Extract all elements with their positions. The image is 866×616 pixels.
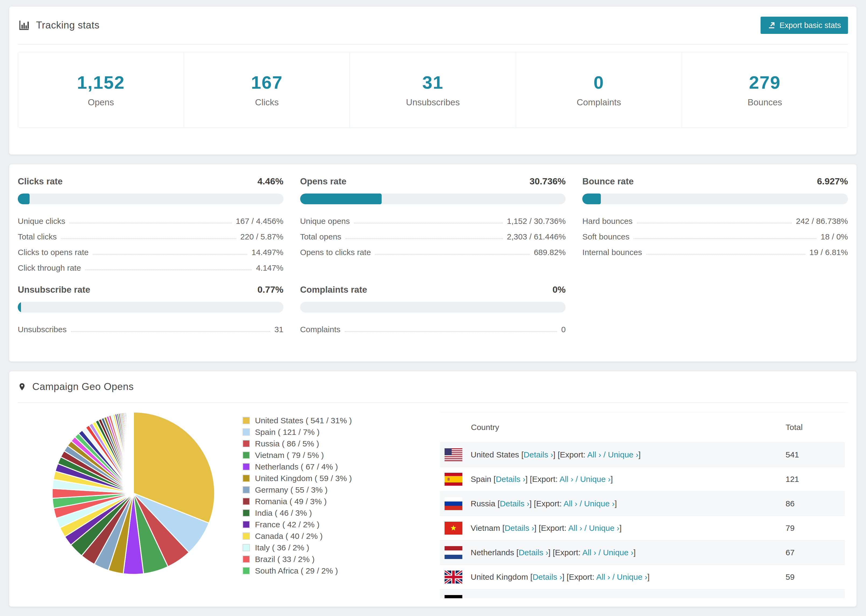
rate-block-complaints-rate: Complaints rate0%Complaints0: [300, 284, 566, 334]
rate-value-clicks-rate: 4.46%: [257, 176, 283, 187]
export-all-link-germany[interactable]: All ›: [572, 597, 586, 598]
export-unique-link-united-states[interactable]: Unique ›: [608, 450, 638, 459]
details-link-vietnam[interactable]: Details ›: [505, 523, 534, 533]
bracket: ] [Export:: [548, 548, 582, 557]
rate-row-total-clicks: Total clicks220 / 5.87%: [18, 226, 283, 241]
legend-swatch: [242, 463, 250, 470]
country-name: Germany: [471, 597, 506, 598]
geo-row-text: Vietnam [Details ›] [Export: All › / Uni…: [471, 523, 622, 533]
details-link-spain[interactable]: Details ›: [496, 475, 525, 484]
country-name: Spain: [471, 475, 493, 484]
rate-label-complaints: Complaints: [300, 325, 340, 334]
details-link-germany[interactable]: Details ›: [508, 597, 538, 598]
rate-head-complaints-rate: Complaints rate0%: [300, 284, 566, 295]
rate-row-clicks-to-opens-rate: Clicks to opens rate14.497%: [18, 241, 283, 257]
export-unique-link-vietnam[interactable]: Unique ›: [589, 523, 619, 533]
rate-label-click-through-rate: Click through rate: [18, 263, 81, 272]
rate-rows-complaints-rate: Complaints0: [300, 319, 566, 334]
export-all-link-united-states[interactable]: All ›: [587, 450, 601, 459]
rate-title-clicks-rate: Clicks rate: [18, 176, 63, 187]
stat-label-opens: Opens: [88, 97, 114, 107]
geo-table-row-vietnam: Vietnam [Details ›] [Export: All › / Uni…: [440, 516, 845, 540]
flag-vietnam-icon: [444, 522, 462, 534]
details-link-united-kingdom[interactable]: Details ›: [532, 572, 562, 581]
export-unique-link-spain[interactable]: Unique ›: [580, 475, 611, 484]
stat-label-unsubscribes: Unsubscribes: [406, 97, 460, 107]
map-pin-icon: [18, 381, 26, 393]
legend-item-south-africa: South Africa ( 29 / 2% ): [242, 565, 352, 577]
rate-row-total-opens: Total opens2,303 / 61.446%: [300, 226, 566, 241]
rate-title-bounce-rate: Bounce rate: [582, 176, 634, 187]
country-name: Netherlands: [471, 548, 516, 557]
rate-label-opens-to-clicks-rate: Opens to clicks rate: [300, 248, 371, 257]
progress-track-opens-rate: [300, 193, 566, 204]
legend-item-vietnam: Vietnam ( 79 / 5% ): [242, 449, 352, 461]
rate-head-clicks-rate: Clicks rate4.46%: [18, 176, 283, 187]
stat-value-bounces: 279: [749, 72, 781, 93]
rate-block-clicks-rate: Clicks rate4.46%Unique clicks167 / 4.456…: [18, 176, 283, 272]
stat-value-clicks: 167: [251, 72, 283, 93]
rate-row-unique-clicks: Unique clicks167 / 4.456%: [18, 210, 283, 226]
stat-cell-clicks: 167Clicks: [184, 52, 350, 127]
stat-label-complaints: Complaints: [576, 97, 621, 107]
bracket: [: [531, 572, 532, 581]
export-unique-link-germany[interactable]: Unique ›: [593, 597, 623, 598]
export-all-link-russia[interactable]: All ›: [564, 499, 578, 508]
progress-track-unsubscribe-rate: [18, 302, 283, 313]
legend-swatch: [242, 509, 250, 517]
dotted-leader: [93, 254, 247, 255]
legend-swatch: [242, 533, 250, 540]
flag-united-kingdom-icon: [444, 570, 462, 583]
details-link-united-states[interactable]: Details ›: [524, 450, 553, 459]
export-all-link-netherlands[interactable]: All ›: [582, 548, 596, 557]
bracket: ]: [647, 572, 650, 581]
bracket: [: [502, 523, 505, 533]
legend-item-russia: Russia ( 86 / 5% ): [242, 438, 352, 449]
rate-rows-bounce-rate: Hard bounces242 / 86.738%Soft bounces18 …: [582, 210, 848, 257]
legend-swatch: [242, 475, 250, 482]
details-link-russia[interactable]: Details ›: [500, 499, 529, 508]
legend-item-united-states: United States ( 541 / 31% ): [242, 415, 352, 426]
export-all-link-spain[interactable]: All ›: [559, 475, 573, 484]
export-basic-stats-label: Export basic stats: [779, 21, 841, 30]
total-value-spain: 121: [786, 475, 845, 484]
geo-table-row-russia: Russia [Details ›] [Export: All › / Uniq…: [440, 491, 845, 516]
geo-row-text: Netherlands [Details ›] [Export: All › /…: [471, 548, 636, 557]
rate-block-opens-rate: Opens rate30.736%Unique opens1,152 / 30.…: [300, 176, 566, 272]
bracket: ] [Export:: [534, 523, 568, 533]
legend-swatch: [242, 486, 250, 493]
details-link-netherlands[interactable]: Details ›: [518, 548, 548, 557]
geo-table-header-row: Country Total: [440, 412, 845, 442]
pie-slice-53[interactable]: [133, 412, 134, 493]
rate-block-bounce-rate: Bounce rate6.927%Hard bounces242 / 86.73…: [582, 176, 848, 272]
rate-label-unique-opens: Unique opens: [300, 217, 350, 226]
legend-label: Romania ( 49 / 3% ): [255, 497, 327, 506]
rate-row-unique-opens: Unique opens1,152 / 30.736%: [300, 210, 566, 226]
legend-swatch: [242, 428, 250, 436]
link-separator: /: [586, 597, 593, 598]
stat-cell-bounces: 279Bounces: [682, 52, 848, 127]
link-separator: /: [573, 475, 580, 484]
export-all-link-united-kingdom[interactable]: All ›: [596, 572, 610, 581]
export-all-link-vietnam[interactable]: All ›: [568, 523, 582, 533]
export-unique-link-russia[interactable]: Unique ›: [584, 499, 614, 508]
legend-label: Brazil ( 33 / 2% ): [255, 555, 315, 564]
total-value-germany: 55: [786, 597, 845, 598]
geo-title: Campaign Geo Opens: [18, 381, 134, 393]
rate-row-click-through-rate: Click through rate4.147%: [18, 257, 283, 272]
rate-rows-unsubscribe-rate: Unsubscribes31: [18, 319, 283, 334]
tracking-stats-title: Tracking stats: [18, 19, 99, 31]
total-value-russia: 86: [786, 499, 845, 508]
rate-title-unsubscribe-rate: Unsubscribe rate: [18, 284, 90, 295]
dotted-leader: [375, 254, 529, 255]
legend-label: Italy ( 36 / 2% ): [255, 543, 309, 552]
export-unique-link-netherlands[interactable]: Unique ›: [603, 548, 633, 557]
legend-swatch: [242, 451, 250, 459]
stat-label-bounces: Bounces: [748, 97, 782, 107]
stat-value-unsubscribes: 31: [422, 72, 444, 93]
flag-russia-icon: [444, 497, 462, 510]
export-unique-link-united-kingdom[interactable]: Unique ›: [617, 572, 647, 581]
tracking-stats-row: 1,152Opens167Clicks31Unsubscribes0Compla…: [18, 52, 848, 128]
export-basic-stats-button[interactable]: Export basic stats: [761, 17, 848, 34]
legend-swatch: [242, 521, 250, 528]
